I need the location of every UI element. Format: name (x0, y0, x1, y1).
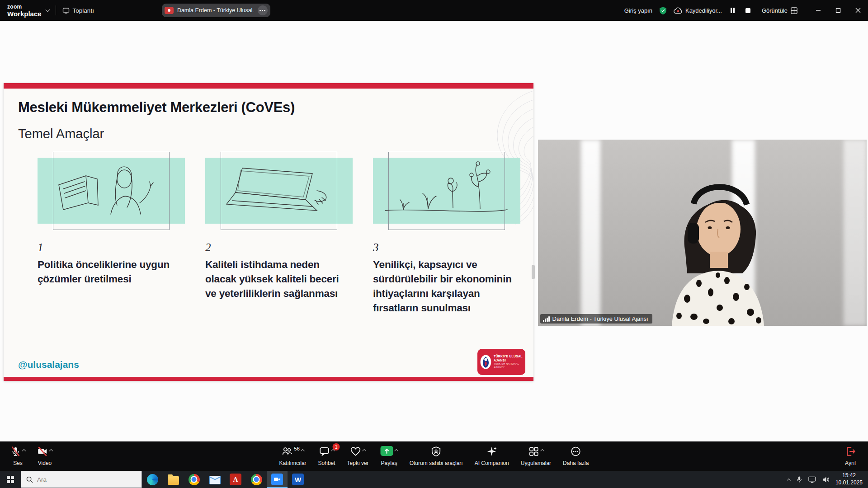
taskbar-app-edge[interactable] (142, 471, 163, 488)
active-meeting-title: Damla Erdem - Türkiye Ulusal Aja (177, 7, 254, 14)
item-number: 3 (373, 241, 520, 254)
zoom-brand-text: zoom (7, 4, 42, 9)
reactions-label: Tepki ver (347, 460, 369, 466)
host-tools-label: Oturum sahibi araçları (410, 460, 463, 466)
windows-logo-icon (7, 476, 14, 483)
chevron-up-icon[interactable] (362, 449, 366, 453)
agency-name-en: TURKISH NATIONAL AGENCY (494, 362, 523, 369)
item-number: 1 (38, 241, 185, 254)
chevron-up-icon[interactable] (540, 449, 544, 453)
host-tools-shield-icon (431, 446, 442, 457)
stop-recording-button[interactable] (744, 6, 753, 15)
recording-badge-icon (165, 7, 174, 14)
chat-button[interactable]: 1 Sohbet (312, 441, 341, 471)
edge-icon (147, 474, 158, 485)
tray-display-icon[interactable] (808, 476, 816, 483)
chevron-up-icon[interactable] (22, 449, 26, 453)
taskbar-app-zoom-active[interactable] (267, 471, 288, 488)
taskbar-app-chrome[interactable] (184, 471, 204, 488)
more-ellipsis-icon (571, 446, 581, 457)
item-text: Kaliteli istihdama neden olacak yüksek k… (205, 258, 353, 301)
participant-name-label: Damla Erdem - Türkiye Ulusal Ajansı (540, 314, 652, 324)
mail-icon (209, 476, 221, 484)
share-screen-button[interactable]: Paylaş (375, 441, 404, 471)
laptop-illustration (211, 160, 346, 223)
system-tray: 15:42 10.01.2025 (788, 471, 868, 488)
apps-label: Uygulamalar (521, 460, 551, 466)
slide-item-2: 2 Kaliteli istihdama neden olacak yüksek… (205, 152, 353, 315)
leave-label: Ayrıl (845, 460, 856, 466)
chrome-icon (251, 474, 262, 485)
participants-button[interactable]: 56 Katılımcılar (274, 441, 312, 471)
signal-strength-icon (543, 316, 550, 322)
taskbar-app-acrobat[interactable]: A (225, 471, 246, 488)
agency-logo-text: TÜRKİYE ULUSAL AJANSI TURKISH NATIONAL A… (494, 354, 523, 370)
chevron-down-icon[interactable] (45, 8, 50, 12)
host-tools-button[interactable]: Oturum sahibi araçları (404, 441, 469, 471)
active-meeting-tab[interactable]: Damla Erdem - Türkiye Ulusal Aja (162, 4, 270, 17)
item-number: 2 (205, 241, 353, 254)
zoom-title-bar: zoom Workplace Toplantı Damla Erdem - Tü… (0, 0, 868, 21)
close-button[interactable] (848, 0, 868, 21)
chevron-up-icon[interactable] (394, 449, 398, 453)
view-button[interactable]: Görüntüle (762, 7, 797, 14)
sign-in-button[interactable]: Giriş yapın (624, 7, 652, 14)
item-text: Politika önceliklerine uygun çözümler ür… (38, 258, 185, 286)
taskbar-app-chrome-2[interactable] (246, 471, 267, 488)
audio-label: Ses (13, 460, 23, 466)
apps-button[interactable]: Uygulamalar (515, 441, 557, 471)
workplace-brand-text: Workplace (7, 10, 42, 17)
tab-meeting[interactable]: Toplantı (62, 7, 94, 14)
slide-accent-bar-bottom (4, 377, 533, 381)
ai-companion-button[interactable]: AI Companion (469, 441, 515, 471)
slide-accent-bar-top (4, 83, 533, 89)
video-label: Video (38, 460, 52, 466)
leave-button[interactable]: Ayrıl (839, 441, 862, 471)
chevron-up-icon[interactable] (301, 449, 305, 453)
leave-meeting-icon (845, 446, 856, 457)
minimize-button[interactable] (808, 0, 828, 21)
search-icon (26, 476, 33, 483)
pause-recording-button[interactable] (728, 6, 737, 15)
hidden-icons-chevron[interactable] (788, 478, 790, 482)
taskbar-app-word[interactable]: W (288, 471, 308, 488)
more-button[interactable]: Daha fazla (557, 441, 594, 471)
security-shield-icon[interactable] (659, 6, 667, 15)
slide-item-3: 3 Yenilikçi, kapsayıcı ve sürdürülebilir… (373, 152, 520, 315)
tray-microphone-icon[interactable] (796, 476, 802, 483)
apps-grid-icon (528, 446, 539, 457)
growing-plants-illustration (378, 160, 514, 223)
chat-label: Sohbet (318, 460, 335, 466)
word-icon: W (292, 474, 304, 485)
tray-speaker-icon[interactable] (822, 476, 830, 483)
agency-name: TÜRKİYE ULUSAL AJANSI (494, 354, 523, 362)
taskbar-clock[interactable]: 15:42 10.01.2025 (835, 472, 863, 486)
windows-taskbar: A W 15:42 10.01.2025 (0, 471, 868, 488)
search-input[interactable] (37, 476, 127, 483)
taskbar-search[interactable] (21, 471, 142, 488)
recording-status: Kaydediliyor... (674, 7, 722, 14)
meeting-icon (62, 7, 70, 14)
start-button[interactable] (0, 471, 21, 488)
maximize-button[interactable] (828, 0, 848, 21)
reactions-button[interactable]: Tepki ver (341, 441, 375, 471)
chevron-up-icon[interactable] (49, 449, 53, 453)
illustration-1 (38, 152, 185, 232)
acrobat-icon: A (230, 474, 241, 485)
taskbar-app-mail[interactable] (204, 471, 225, 488)
panel-resize-handle[interactable] (532, 265, 535, 279)
zoom-meeting-toolbar: Ses Video 56 (0, 441, 868, 471)
social-handle: @ulusalajans (18, 359, 79, 370)
taskbar-app-file-explorer[interactable] (163, 471, 184, 488)
zoom-workplace-logo: zoom Workplace (7, 4, 42, 17)
slide-columns: 1 Politika önceliklerine uygun çözümler … (38, 152, 520, 315)
view-button-label: Görüntüle (762, 7, 788, 14)
participant-video-tile[interactable]: Damla Erdem - Türkiye Ulusal Ajansı (538, 140, 867, 326)
video-button[interactable]: Video (31, 441, 58, 471)
meeting-options-button[interactable] (258, 5, 268, 15)
clock-time: 15:42 (835, 472, 863, 479)
cloud-recording-icon (674, 7, 683, 14)
audio-button[interactable]: Ses (5, 441, 31, 471)
tab-meeting-label: Toplantı (73, 7, 94, 14)
participant-name: Damla Erdem - Türkiye Ulusal Ajansı (552, 315, 648, 322)
